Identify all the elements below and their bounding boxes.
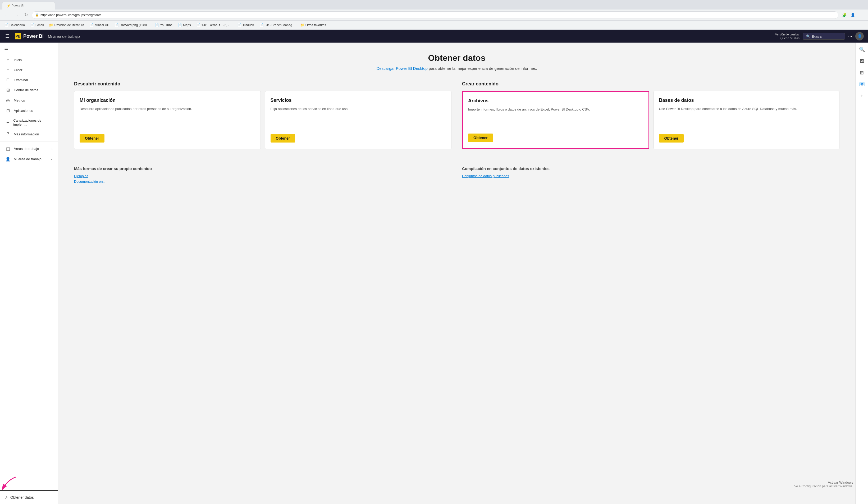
discover-section-title: Descubrir contenido [74, 81, 452, 87]
search-box[interactable]: 🔍 Buscar [803, 33, 845, 40]
link-ejemplos[interactable]: Ejemplos [74, 174, 452, 178]
bookmark-label: 1-01_keras_t... (6) -... [202, 23, 232, 27]
card-title: Servicios [270, 97, 446, 103]
user-avatar[interactable]: 👤 [855, 32, 864, 40]
bookmark-youtube[interactable]: 📄 YouTube [153, 22, 175, 29]
page-subtitle: Descargar Power BI Desktop para obtener … [74, 66, 839, 71]
trial-line1: Versión de prueba: [775, 32, 799, 36]
powerbi-topbar: ☰ PB Power BI Mi área de trabajo Versión… [0, 30, 868, 43]
bookmark-icon: 📄 [178, 23, 182, 27]
lock-icon: 🔒 [35, 13, 39, 17]
sidebar-item-label: Metrics [14, 99, 25, 102]
bookmark-git[interactable]: 📄 Git - Branch Manag... [257, 22, 297, 29]
topbar-more-button[interactable]: ··· [848, 33, 852, 39]
plus-icon: + [5, 68, 11, 72]
bookmark-label: Revision de literatura [54, 23, 84, 27]
bookmark-rkward[interactable]: 📄 RKWard.png (1280... [112, 22, 152, 29]
card-mi-organizacion[interactable]: Mi organización Descubra aplicaciones pu… [74, 91, 261, 149]
sidebar-item-label: Áreas de trabajo [14, 147, 39, 151]
sidebar-item-metrics[interactable]: ◎ Metrics [0, 95, 58, 105]
card-archivos[interactable]: Archivos Importe informes, libros o dato… [462, 91, 649, 149]
browser-right-icons: 🧩 👤 ⋯ [840, 11, 865, 19]
user-icon: 👤 [857, 34, 862, 38]
bookmark-icon: 📄 [196, 23, 200, 27]
card-description: Importe informes, libros o datos de arch… [468, 107, 643, 128]
extensions-button[interactable]: 🧩 [840, 11, 848, 19]
obtener-button-organizacion[interactable]: Obtener [80, 134, 104, 143]
subtitle-text: para obtener la mejor experiencia de gen… [429, 66, 537, 71]
sidebar-item-areas-trabajo[interactable]: ◫ Áreas de trabajo › [0, 144, 58, 154]
download-desktop-link[interactable]: Descargar Power BI Desktop [376, 66, 427, 71]
page-title: Obtener datos [74, 53, 839, 63]
obtener-datos-label: Obtener datos [10, 495, 34, 500]
bookmark-traducir[interactable]: 📄 Traducir [235, 22, 256, 29]
bottom-section-left: Más formas de crear su propio contenido … [74, 166, 452, 185]
bookmark-label: Gmail [35, 23, 44, 27]
right-add-icon[interactable]: + [857, 91, 867, 101]
bookmark-label: RKWard.png (1280... [120, 23, 149, 27]
link-conjuntos[interactable]: Conjuntos de datos publicados [462, 174, 839, 178]
browser-tab-active[interactable]: ⚡ Power BI [2, 2, 55, 10]
card-servicios[interactable]: Servicios Elija aplicaciones de los serv… [265, 91, 452, 149]
right-office-icon[interactable]: ⊞ [857, 68, 867, 78]
create-section-title: Crear contenido [462, 81, 839, 87]
more-button[interactable]: ⋯ [857, 11, 865, 19]
bookmark-label: Git - Branch Manag... [265, 23, 295, 27]
bookmark-label: Otros favoritos [306, 23, 326, 27]
bookmark-calendario[interactable]: 📄 Calendario [2, 22, 27, 29]
sidebar-item-centro-datos[interactable]: ⊞ Centro de datos [0, 85, 58, 95]
sidebar-collapse-button[interactable]: ☰ [0, 45, 58, 55]
obtener-button-servicios[interactable]: Obtener [270, 134, 296, 143]
bookmark-label: YouTube [160, 23, 173, 27]
link-documentacion[interactable]: Documentación en... [74, 179, 452, 184]
powerbi-logo-text: Power BI [23, 33, 44, 39]
bottom-sections: Más formas de crear su propio contenido … [74, 160, 839, 185]
sidebar-item-label: Canalizaciones de implem... [13, 119, 53, 126]
obtener-button-archivos[interactable]: Obtener [468, 134, 493, 142]
workspaces-icon: ◫ [5, 146, 11, 151]
bookmark-minas[interactable]: 📄 MinasLAP [87, 22, 111, 29]
discover-section: Descubrir contenido Mi organización Desc… [74, 81, 452, 149]
topbar-right: Versión de prueba: Queda 59 días 🔍 Busca… [775, 32, 864, 40]
card-bases-datos[interactable]: Bases de datos Use Power BI Desktop para… [653, 91, 840, 149]
sidebar-item-mi-area[interactable]: 👤 Mi área de trabajo ∨ [0, 154, 58, 164]
bookmark-label: Maps [183, 23, 191, 27]
main-content: Obtener datos Descargar Power BI Desktop… [58, 43, 855, 504]
bookmarks-bar: 📄 Calendario 📄 Gmail 📁 Revision de liter… [0, 21, 868, 30]
back-button[interactable]: ← [3, 11, 11, 19]
browser-tabs: ⚡ Power BI [0, 0, 868, 10]
bookmark-maps[interactable]: 📄 Maps [176, 22, 193, 29]
app-container: ☰ ⌂ Inicio + Crear □ Examinar ⊞ Centro d… [0, 43, 868, 504]
profile-button[interactable]: 👤 [849, 11, 856, 19]
bottom-bar-obtener-datos[interactable]: ↗ Obtener datos [0, 490, 58, 504]
chevron-right-icon: › [52, 147, 53, 151]
bookmark-keras[interactable]: 📄 1-01_keras_t... (6) -... [194, 22, 234, 29]
refresh-button[interactable]: ↻ [22, 11, 30, 19]
tab-favicon: ⚡ [7, 4, 11, 8]
obtener-datos-icon: ↗ [4, 495, 8, 500]
bookmark-gmail[interactable]: 📄 Gmail [28, 22, 46, 29]
menu-icon[interactable]: ☰ [4, 32, 11, 40]
browse-icon: □ [5, 78, 11, 82]
forward-button[interactable]: → [13, 11, 20, 19]
right-image-icon[interactable]: 🖼 [857, 56, 867, 66]
address-bar[interactable]: 🔒 https://app.powerbi.com/groups/me/getd… [32, 11, 838, 19]
obtener-button-bases-datos[interactable]: Obtener [659, 134, 684, 143]
sidebar: ☰ ⌂ Inicio + Crear □ Examinar ⊞ Centro d… [0, 43, 58, 504]
sidebar-item-canalizaciones[interactable]: ✦ Canalizaciones de implem... [0, 116, 58, 129]
bookmark-icon: 📄 [259, 23, 264, 27]
search-placeholder: Buscar [812, 34, 823, 38]
sidebar-divider [0, 141, 58, 142]
bookmark-otros[interactable]: 📁 Otros favoritos [298, 22, 328, 29]
bottom-section-right: Compilación en conjuntos de datos existe… [462, 166, 839, 185]
sidebar-item-inicio[interactable]: ⌂ Inicio [0, 55, 58, 65]
right-search-icon[interactable]: 🔍 [857, 45, 867, 54]
right-outlook-icon[interactable]: 📧 [857, 80, 867, 89]
sidebar-item-aplicaciones[interactable]: ⊡ Aplicaciones [0, 105, 58, 116]
pipelines-icon: ✦ [5, 120, 10, 125]
sidebar-item-examinar[interactable]: □ Examinar [0, 75, 58, 85]
bookmark-revision[interactable]: 📁 Revision de literatura [47, 22, 86, 29]
browser-chrome: ⚡ Power BI ← → ↻ 🔒 https://app.powerbi.c… [0, 0, 868, 30]
sidebar-item-mas-info[interactable]: ? Más información [0, 129, 58, 139]
sidebar-item-crear[interactable]: + Crear [0, 65, 58, 75]
